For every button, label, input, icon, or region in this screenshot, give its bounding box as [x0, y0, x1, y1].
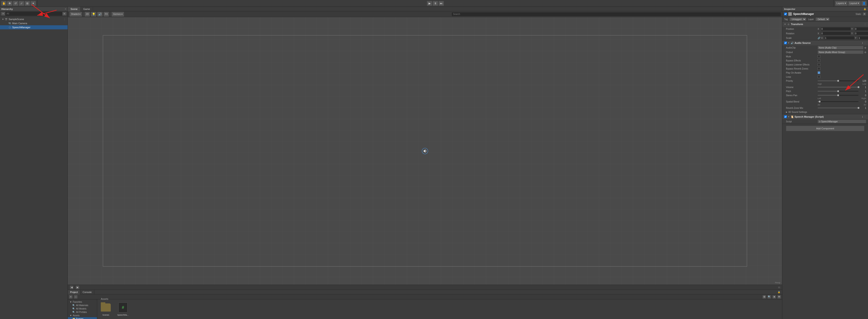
rotation-row: Rotation X Y Z	[782, 31, 868, 36]
transform-tool-btn[interactable]: ✦	[31, 1, 36, 6]
rotation-y-field[interactable]	[855, 32, 868, 35]
hierarchy-item-samplescene[interactable]: ▼ 🎬 SampleScene ⋮	[0, 17, 68, 21]
scale-y-field[interactable]	[858, 36, 868, 40]
inspector-object-header: ⬡ SpeechManager Static ▾	[782, 11, 868, 17]
spatial-blend-slider-track[interactable]	[817, 101, 859, 102]
output-pick-icon[interactable]: ⊙	[864, 51, 866, 54]
camera-icon: 📷	[8, 22, 11, 25]
hierarchy-menu-btn[interactable]: ≡	[62, 12, 66, 15]
tab-project[interactable]: Project	[68, 290, 80, 294]
tab-console[interactable]: Console	[80, 290, 94, 294]
sidebar-assets[interactable]: ▼ Assets	[68, 314, 97, 317]
tab-game[interactable]: Game	[81, 7, 93, 11]
inspector-lock-icon[interactable]: 🔒	[864, 8, 866, 10]
pitch-slider-thumb[interactable]	[837, 90, 839, 92]
scene-fx-btn[interactable]: FX	[103, 12, 109, 17]
pitch-slider-track[interactable]	[817, 91, 859, 92]
sidebar-favorites[interactable]: ▼ Favorites	[68, 300, 97, 304]
scene-light-btn[interactable]: 💡	[91, 12, 96, 17]
sound-settings-row[interactable]: ▶ 3D Sound Settings	[782, 110, 868, 114]
position-y-field[interactable]	[855, 27, 868, 31]
object-active-checkbox[interactable]	[784, 13, 787, 15]
move-tool-btn[interactable]: ✥	[7, 1, 12, 6]
static-label: Static	[856, 13, 861, 15]
layer-dropdown[interactable]: Default	[815, 17, 830, 21]
project-filter-btn[interactable]: ⚙	[763, 295, 766, 299]
stereo-right-label: Right	[862, 97, 866, 100]
sidebar-all-prefabs[interactable]: 🔍 All Prefabs	[68, 311, 97, 314]
spatial-blend-thumb[interactable]	[819, 101, 820, 103]
output-field[interactable]	[817, 50, 864, 54]
step-btn[interactable]: ⏭	[438, 1, 444, 6]
position-x-field[interactable]	[821, 27, 851, 31]
mute-checkbox[interactable]	[817, 55, 820, 58]
loop-checkbox[interactable]	[817, 75, 820, 78]
speech-manager-info-icon[interactable]: ℹ	[862, 116, 863, 118]
hierarchy-search[interactable]	[5, 12, 62, 15]
stereo-pan-slider-track[interactable]	[817, 95, 859, 96]
speech-manager-settings-icon[interactable]: ⋮	[864, 116, 866, 118]
scene-back-btn[interactable]: ◀	[70, 286, 73, 289]
rect-tool-btn[interactable]: ⊞	[25, 1, 30, 6]
reverb-zone-thumb[interactable]	[858, 107, 860, 109]
project-search-icon-btn[interactable]: 🔍	[767, 295, 771, 299]
priority-slider-track[interactable]	[817, 80, 859, 81]
sidebar-all-materials[interactable]: 🔍 All Materials	[68, 304, 97, 307]
asset-item-scenes[interactable]: Scenes	[99, 302, 113, 316]
rotate-tool-btn[interactable]: ↺	[13, 1, 18, 6]
add-component-button[interactable]: Add Component	[786, 126, 864, 131]
bypass-effects-checkbox[interactable]	[817, 59, 820, 62]
tag-dropdown[interactable]: Untagged	[789, 17, 806, 21]
audioclip-field[interactable]	[817, 46, 864, 49]
hand-tool-btn[interactable]: ✋	[1, 1, 6, 6]
scene-gizmos-btn[interactable]: Gizmos ▾	[112, 12, 124, 17]
rotation-x-field[interactable]	[821, 32, 851, 35]
transform-header[interactable]: ▼ ⊹ Transform ⋮	[782, 22, 868, 27]
hierarchy-item-maincamera[interactable]: ▶ 📷 Main Camera	[0, 21, 68, 25]
project-add-btn[interactable]: +	[69, 295, 72, 299]
audio-source-info-icon[interactable]: ℹ	[862, 42, 863, 44]
layout-btn[interactable]: Layout ▾	[848, 1, 861, 6]
static-dropdown-btn[interactable]: ▾	[863, 12, 866, 15]
project-star-btn[interactable]: ★	[772, 295, 776, 299]
scene-audio-btn[interactable]: 🔊	[97, 12, 103, 17]
transform-settings-icon[interactable]: ⋮	[864, 23, 866, 26]
account-btn[interactable]: 👤	[861, 1, 867, 6]
scene-search[interactable]	[452, 12, 781, 16]
speech-manager-enable-checkbox[interactable]	[784, 115, 787, 118]
all-prefabs-label: All Prefabs	[76, 311, 87, 313]
sidebar-all-models[interactable]: 🔍 All Models	[68, 307, 97, 311]
volume-slider-track[interactable]	[817, 87, 859, 87]
expand-arrow-speech: ▶	[5, 26, 8, 29]
tab-scene[interactable]: Scene	[68, 7, 81, 11]
audio-source-settings-icon[interactable]: ⋮	[864, 42, 866, 44]
volume-slider-thumb[interactable]	[858, 86, 860, 88]
play-on-awake-checkbox[interactable]	[817, 71, 820, 74]
scene-2d-btn[interactable]: 2D	[85, 12, 90, 17]
bypass-reverb-checkbox[interactable]	[817, 67, 820, 70]
sidebar-scenes[interactable]: 📁 Scenes	[68, 317, 97, 319]
scene-center-object[interactable]	[422, 148, 428, 154]
scale-x-field[interactable]	[825, 36, 855, 40]
scene-shaded-btn[interactable]: Shaded ▾	[69, 12, 82, 17]
layers-btn[interactable]: Layers ▾	[835, 1, 848, 6]
audio-source-header[interactable]: ▼ 🔊 Audio Source ℹ ⋮	[782, 40, 868, 45]
project-minus-btn[interactable]: -	[74, 295, 78, 299]
asset-item-speechmanager[interactable]: # SpeechMa...	[116, 302, 130, 316]
project-eye-btn[interactable]: 👁	[777, 295, 781, 299]
stereo-pan-thumb[interactable]	[837, 94, 839, 96]
priority-slider-thumb[interactable]	[837, 80, 839, 82]
script-field[interactable]	[817, 120, 866, 123]
audio-source-enable-checkbox[interactable]	[784, 41, 787, 44]
scene-menu-icon[interactable]: ⋮	[64, 18, 66, 21]
play-btn[interactable]: ▶	[427, 1, 432, 6]
scale-tool-btn[interactable]: ⤢	[19, 1, 24, 6]
speech-manager-header[interactable]: ▼ 📜 Speech Manager (Script) ℹ ⋮	[782, 114, 868, 119]
hierarchy-item-speechmanager[interactable]: ▶ ⬡ SpeechManager	[0, 25, 68, 29]
hierarchy-add-btn[interactable]: +	[1, 12, 5, 15]
reverb-zone-slider-track[interactable]	[817, 107, 859, 108]
pause-btn[interactable]: ⏸	[433, 1, 438, 6]
scene-forward-btn[interactable]: ▶	[76, 286, 79, 289]
audioclip-pick-icon[interactable]: ⊙	[864, 46, 866, 49]
bypass-listener-checkbox[interactable]	[817, 63, 820, 66]
